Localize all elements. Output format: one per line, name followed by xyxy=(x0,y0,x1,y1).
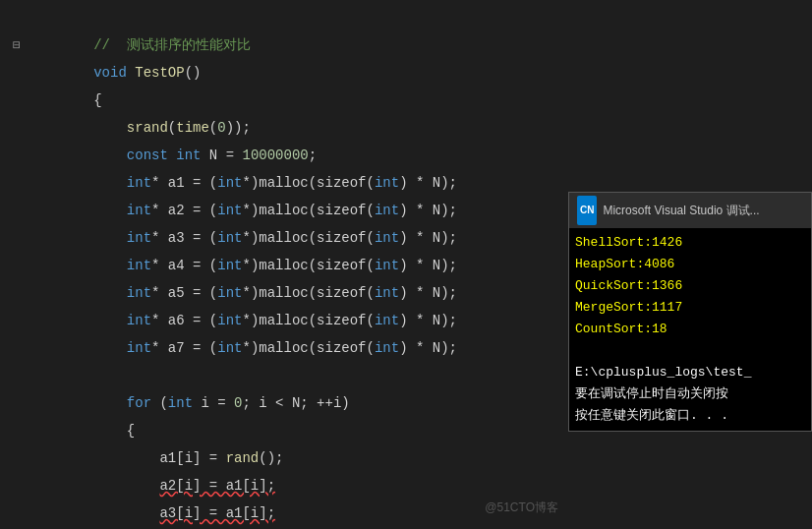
console-title: Microsoft Visual Studio 调试... xyxy=(603,197,759,224)
code-line: const int N = 10000000; xyxy=(10,114,812,142)
console-window: CN Microsoft Visual Studio 调试... ShellSo… xyxy=(568,192,812,432)
code-line: { xyxy=(10,59,812,87)
collapse-indicator[interactable]: ⊟ xyxy=(10,32,24,60)
vs-icon: CN xyxy=(577,196,597,225)
code-line: a2[i] = a1[i]; xyxy=(10,444,812,472)
watermark: @51CTO博客 xyxy=(485,494,558,521)
console-output-line: MergeSort:1117 xyxy=(575,297,805,319)
console-output-line: ShellSort:1426 xyxy=(575,232,805,254)
console-body: ShellSort:1426 HeapSort:4086 QuickSort:1… xyxy=(569,228,811,431)
code-line: // 测试排序的性能对比 xyxy=(10,4,812,31)
code-line: a3[i] = a1[i]; xyxy=(10,472,812,500)
console-output-line: HeapSort:4086 xyxy=(575,254,805,275)
code-line: ⊟ void TestOP() xyxy=(10,31,812,59)
console-output-line: 要在调试停止时自动关闭按 xyxy=(575,383,805,405)
console-output-line xyxy=(575,340,805,362)
code-text: a3[i] = a1[i]; xyxy=(24,472,812,529)
code-line: srand(time(0)); xyxy=(10,87,812,114)
console-titlebar: CN Microsoft Visual Studio 调试... xyxy=(569,193,811,228)
console-output-line: 按任意键关闭此窗口. . . xyxy=(575,405,805,427)
editor-area: // 测试排序的性能对比 ⊟ void TestOP() { srand(tim… xyxy=(0,0,812,529)
console-output-line: CountSort:18 xyxy=(575,319,805,340)
console-output-line: E:\cplusplus_logs\test_ xyxy=(575,362,805,383)
code-line: int* a1 = (int*)malloc(sizeof(int) * N); xyxy=(10,142,812,169)
console-output-line: QuickSort:1366 xyxy=(575,275,805,297)
